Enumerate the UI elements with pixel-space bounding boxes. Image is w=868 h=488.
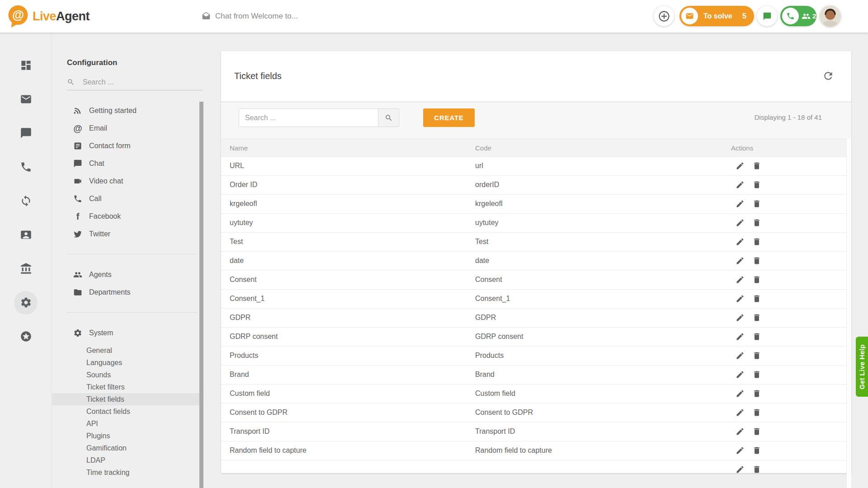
delete-button[interactable]	[752, 180, 762, 190]
edit-button[interactable]	[736, 275, 745, 285]
delete-button[interactable]	[752, 218, 762, 228]
sidebar-item-video-chat[interactable]: Video chat	[52, 172, 199, 190]
row-name: Consent to GDPR	[230, 408, 288, 417]
edit-button[interactable]	[736, 370, 745, 380]
edit-button[interactable]	[736, 180, 745, 190]
sidebar-item-chat[interactable]: Chat	[52, 155, 199, 172]
chat-icon	[73, 159, 83, 169]
table-search-input[interactable]: Search ...	[239, 109, 378, 127]
delete-button[interactable]	[752, 351, 762, 361]
delete-button[interactable]	[752, 408, 762, 418]
user-avatar[interactable]	[820, 5, 841, 27]
delete-button[interactable]	[752, 465, 762, 473]
table-row: Random field to captureRandom field to c…	[221, 441, 851, 460]
sidebar-item-contact-form[interactable]: Contact form	[52, 137, 199, 155]
edit-button[interactable]	[736, 389, 745, 399]
row-code: uytutey	[475, 219, 499, 227]
sidebar-subitem-gamification[interactable]: Gamification	[52, 442, 199, 454]
rail-item-mail[interactable]	[0, 82, 52, 116]
add-button[interactable]	[654, 6, 674, 26]
edit-button[interactable]	[736, 294, 745, 304]
calls-badge[interactable]: 2	[780, 6, 816, 26]
rss-icon	[73, 106, 83, 116]
sidebar-search-input[interactable]: Search ...	[67, 74, 203, 90]
rail-item-dashboard[interactable]	[0, 48, 52, 82]
open-ticket-tab[interactable]: Chat from Welcome to...	[202, 0, 298, 33]
sidebar-subitem-contact-fields[interactable]: Contact fields	[52, 405, 199, 418]
row-name: GDRP consent	[230, 333, 278, 341]
delete-button[interactable]	[752, 256, 762, 266]
rail-item-chat[interactable]	[0, 116, 52, 150]
rail-item-star-circle[interactable]	[0, 319, 52, 353]
edit-button[interactable]	[736, 161, 745, 171]
create-button[interactable]: CREATE	[423, 108, 475, 127]
delete-button[interactable]	[752, 389, 762, 399]
sidebar-item-email[interactable]: @Email	[52, 119, 199, 137]
rail-item-sync[interactable]	[0, 184, 52, 218]
sidebar-subitem-languages[interactable]: Languages	[52, 357, 199, 369]
table-search-button[interactable]	[378, 109, 399, 127]
sidebar-subitem-time-tracking[interactable]: Time tracking	[52, 466, 199, 479]
refresh-button[interactable]	[822, 70, 835, 83]
row-code: Test	[475, 238, 488, 246]
sidebar-item-label: Call	[89, 195, 102, 203]
sidebar-subitem-plugins[interactable]: Plugins	[52, 430, 199, 442]
delete-button[interactable]	[752, 275, 762, 285]
sidebar-item-departments[interactable]: Departments	[52, 283, 199, 301]
liveagent-logo[interactable]: @ LiveAgent	[6, 5, 90, 28]
edit-button[interactable]	[736, 218, 745, 228]
edit-button[interactable]	[736, 351, 745, 361]
table-search: Search ...	[239, 108, 399, 127]
delete-button[interactable]	[752, 237, 762, 247]
edit-button[interactable]	[736, 237, 745, 247]
row-name: Transport ID	[230, 427, 269, 436]
rail-item-call[interactable]	[0, 150, 52, 184]
content-scrollbar[interactable]	[846, 139, 851, 488]
sidebar-item-agents[interactable]: Agents	[52, 266, 199, 283]
edit-button[interactable]	[736, 446, 745, 456]
row-name: Order ID	[230, 181, 257, 189]
delete-button[interactable]	[752, 332, 762, 342]
sidebar-scrollbar[interactable]	[199, 102, 203, 488]
sidebar-subitem-ldap[interactable]: LDAP	[52, 454, 199, 466]
edit-button[interactable]	[736, 465, 745, 473]
delete-button[interactable]	[752, 199, 762, 209]
edit-button[interactable]	[736, 408, 745, 418]
sidebar-subitem-ticket-filters[interactable]: Ticket filters	[52, 381, 199, 393]
sidebar-item-getting-started[interactable]: Getting started	[52, 102, 199, 119]
edit-button[interactable]	[736, 313, 745, 323]
sidebar-subitem-ticket-fields[interactable]: Ticket fields	[52, 393, 199, 405]
to-solve-badge[interactable]: To solve 5	[679, 6, 754, 26]
sidebar-item-facebook[interactable]: fFacebook	[52, 207, 199, 225]
delete-button[interactable]	[752, 370, 762, 380]
delete-button[interactable]	[752, 427, 762, 437]
settings-icon	[14, 291, 38, 314]
delete-button[interactable]	[752, 313, 762, 323]
sidebar-subitem-general[interactable]: General	[52, 344, 199, 357]
rail-item-contacts[interactable]	[0, 218, 52, 252]
delete-button[interactable]	[752, 161, 762, 171]
edit-button[interactable]	[736, 199, 745, 209]
delete-icon	[752, 218, 761, 227]
edit-button[interactable]	[736, 427, 745, 437]
edit-button[interactable]	[736, 332, 745, 342]
row-name: Random field to capture	[230, 446, 307, 455]
chat-icon	[73, 159, 82, 168]
sidebar-subitem-api[interactable]: API	[52, 418, 199, 430]
settings-icon	[73, 328, 83, 338]
delete-icon	[752, 237, 761, 246]
table-row: krgeleoflkrgeleofl	[221, 195, 851, 214]
delete-button[interactable]	[752, 294, 762, 304]
sidebar-item-twitter[interactable]: Twitter	[52, 225, 199, 243]
edit-button[interactable]	[736, 256, 745, 266]
sidebar-item-system[interactable]: System	[52, 324, 199, 342]
sidebar-item-call[interactable]: Call	[52, 190, 199, 207]
chats-button[interactable]	[757, 6, 777, 26]
delete-button[interactable]	[752, 446, 762, 456]
rail-item-settings[interactable]	[0, 286, 52, 319]
rail-item-bank[interactable]	[0, 252, 52, 286]
sidebar-subitem-sounds[interactable]: Sounds	[52, 369, 199, 381]
get-live-help-tab[interactable]: Get Live Help	[856, 337, 868, 397]
row-code: GDPR	[475, 314, 496, 322]
top-bar: @ LiveAgent Chat from Welcome to... To s…	[0, 0, 868, 33]
